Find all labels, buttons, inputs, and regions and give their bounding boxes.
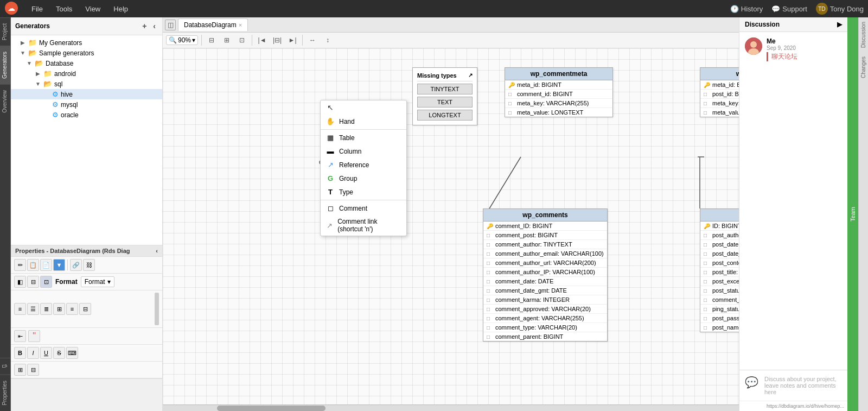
col-comment-approved[interactable]: □ comment_approved: VARCHAR(20) — [483, 305, 607, 314]
flip-v-btn[interactable]: ↕ — [321, 34, 334, 46]
history-button[interactable]: 🕐 History — [730, 5, 763, 13]
col-comment-status[interactable]: □ comment_status: VARCHAR(20) — [700, 295, 739, 305]
italic-button[interactable]: I — [27, 347, 39, 359]
ctx-cursor[interactable]: ↖ — [321, 100, 406, 115]
table-button[interactable]: ⊞ — [14, 364, 26, 376]
bold-button[interactable]: B — [14, 347, 26, 359]
vtab-overview[interactable]: Overview — [0, 84, 10, 118]
col-id-wp[interactable]: 🔑 ID: BIGINT — [700, 222, 739, 231]
ctx-group[interactable]: G Group — [321, 172, 406, 185]
align-left-btn[interactable]: ◧ — [14, 276, 26, 288]
ctx-table[interactable]: ▦ Table — [321, 131, 406, 144]
longtext-button[interactable]: LONGTEXT — [417, 110, 473, 121]
toggle-sql[interactable]: ▼ — [35, 81, 41, 87]
col-meta-value[interactable]: □ meta_value: LONGTEXT — [505, 108, 612, 117]
right-team-tab[interactable]: Team — [847, 17, 858, 411]
horizontal-scrollbar[interactable] — [163, 404, 739, 411]
col-comment-parent[interactable]: □ comment_parent: BIGINT — [483, 332, 607, 341]
user-menu[interactable]: TD Tony Dong — [816, 3, 864, 15]
format-dropdown[interactable]: Format ▾ — [81, 276, 114, 287]
text-align-right[interactable]: ≣ — [40, 303, 52, 315]
flip-h-btn[interactable]: ↔ — [306, 34, 319, 46]
align-right-btn[interactable]: ⊡ — [40, 276, 52, 288]
properties-collapse[interactable]: ‹ — [156, 248, 158, 254]
col-meta-id[interactable]: 🔑 meta_id: BIGINT — [505, 80, 612, 90]
ctx-reference[interactable]: ↗ Reference — [321, 158, 406, 172]
text-justify[interactable]: ⊞ — [53, 303, 65, 315]
ctx-comment[interactable]: ◻ Comment — [321, 201, 406, 215]
vtab-tags[interactable]: 🏷 — [0, 358, 10, 375]
col-comment-type[interactable]: □ comment_type: VARCHAR(20) — [483, 323, 607, 332]
ctx-column[interactable]: ▬ Column — [321, 144, 406, 158]
team-tab-label[interactable]: Team — [850, 203, 856, 226]
collapse-sidebar-button[interactable]: ‹ — [151, 21, 158, 31]
toggle-sample-generators[interactable]: ▼ — [20, 50, 26, 56]
col-comment-date[interactable]: □ comment_date: DATE — [483, 277, 607, 286]
col-post-status[interactable]: □ post_status: VARCHAR(20) — [700, 286, 739, 295]
fit-height-btn[interactable]: ⊞ — [220, 34, 233, 46]
link-button[interactable]: 🔗 — [70, 259, 82, 271]
toggle-android[interactable]: ▶ — [35, 71, 41, 77]
insert-button[interactable]: ⊟ — [27, 364, 39, 376]
col-comment-karma[interactable]: □ comment_karma: INTEGER — [483, 295, 607, 305]
zoom-dropdown[interactable]: ▾ — [192, 36, 195, 44]
fit-width-btn[interactable]: ⊟ — [205, 34, 218, 46]
vtab-generators[interactable]: Generators — [0, 46, 10, 84]
copy-button[interactable]: 📋 — [27, 259, 39, 271]
paste-button[interactable]: 📄 — [40, 259, 52, 271]
tree-item-sample-generators[interactable]: ▼ 📂 Sample generators — [11, 48, 162, 58]
col-post-password[interactable]: □ post_password: VARCHAR(20) — [700, 314, 739, 323]
tab-close-button[interactable]: × — [239, 22, 242, 28]
blockquote[interactable]: " — [28, 330, 40, 342]
support-button[interactable]: 💬 Support — [771, 5, 807, 13]
col-comment-post[interactable]: □ comment_post: BIGINT — [483, 231, 607, 240]
text-button[interactable]: TEXT — [417, 97, 473, 108]
text-align-center[interactable]: ☰ — [27, 303, 39, 315]
tree-item-mysql[interactable]: ⚙ mysql — [11, 99, 162, 110]
col-post-author[interactable]: □ post_author: BIGINT — [700, 231, 739, 240]
col-comment-author[interactable]: □ comment_author: TINYTEXT — [483, 240, 607, 249]
table-wp-postmeta[interactable]: wp_postmeta 🔑 meta_id: BIGINT □ post_id:… — [700, 67, 739, 117]
table-wp-commentmeta[interactable]: wp_commentmeta 🔑 meta_id: BIGINT □ comme… — [505, 67, 613, 117]
col-meta-key-pm[interactable]: □ meta_key: VARCHAR(255) — [700, 99, 739, 108]
list-unordered[interactable]: ≡ — [66, 303, 78, 315]
menu-help[interactable]: Help — [108, 3, 133, 15]
col-ping-status[interactable]: □ ping_status: VARCHAR(20) — [700, 305, 739, 314]
tinytext-button[interactable]: TINYTEXT — [417, 84, 473, 94]
menu-tools[interactable]: Tools — [50, 3, 78, 15]
col-post-content[interactable]: □ post_content: LONGTEXT — [700, 258, 739, 268]
col-meta-key[interactable]: □ meta_key: VARCHAR(255) — [505, 99, 612, 108]
col-comment-author-email[interactable]: □ comment_author_email: VARCHAR(100) — [483, 249, 607, 258]
vtab-project[interactable]: Project — [0, 17, 10, 46]
col-post-id-pm[interactable]: □ post_id: BIGINT — [700, 90, 739, 99]
ctx-type[interactable]: T Type — [321, 185, 406, 199]
col-post-name[interactable]: □ post_name: VARCHAR(200) — [700, 323, 739, 332]
text-align-left[interactable]: ≡ — [14, 303, 26, 315]
tree-item-database[interactable]: ▼ 📂 Database — [11, 58, 162, 68]
scrollbar-thumb[interactable] — [217, 406, 326, 411]
table-wp-post[interactable]: wp_post 🔑 ID: BIGINT □ post_author: BIGI… — [700, 208, 739, 332]
add-generator-button[interactable]: + — [140, 21, 149, 31]
toggle-my-generators[interactable]: ▶ — [20, 40, 26, 46]
missing-types-fold[interactable]: ↗ — [468, 72, 473, 79]
discussion-expand[interactable]: ▶ — [837, 21, 842, 28]
code-button[interactable]: ⌨ — [66, 347, 78, 359]
align-center-diag[interactable]: |⊟| — [271, 34, 284, 46]
vtab-changes[interactable]: Changes — [860, 52, 866, 83]
col-post-excerpt[interactable]: □ post_excerpt: TEXT — [700, 277, 739, 286]
unlink-button[interactable]: ⛓ — [83, 259, 95, 271]
ctx-comment-link[interactable]: ↗ Comment link (shortcut 'n') — [321, 215, 406, 236]
align-left-diag[interactable]: |◄ — [256, 34, 269, 46]
col-post-title[interactable]: □ post_title: TIME — [700, 268, 739, 277]
fit-all-btn[interactable]: ⊡ — [235, 34, 248, 46]
color-button[interactable]: ▼ — [53, 259, 65, 271]
table-wp-comments[interactable]: wp_comments 🔑 comment_ID: BIGINT □ comme… — [483, 208, 608, 342]
database-diagram-tab[interactable]: DatabaseDiagram × — [178, 18, 248, 31]
tree-item-my-generators[interactable]: ▶ 📁 My Generators — [11, 37, 162, 48]
zoom-control[interactable]: 🔍 90% ▾ — [166, 35, 198, 45]
col-meta-id-pm[interactable]: 🔑 meta_id: BIGINT — [700, 80, 739, 90]
col-comment-id[interactable]: □ comment_id: BIGINT — [505, 90, 612, 99]
indent-left[interactable]: ⇤ — [14, 330, 26, 342]
col-comment-id-c[interactable]: 🔑 comment_ID: BIGINT — [483, 222, 607, 231]
align-center-h-btn[interactable]: ⊟ — [27, 276, 39, 288]
